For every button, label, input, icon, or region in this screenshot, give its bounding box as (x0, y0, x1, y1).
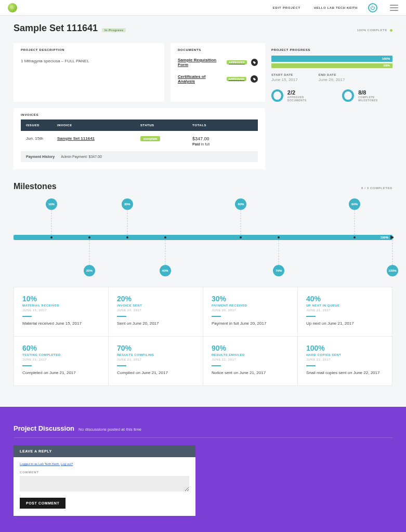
end-date-block: END DATE June 29, 2017 (319, 73, 345, 82)
tag-icon[interactable] (251, 75, 258, 83)
logged-in-as-link[interactable]: Logged in as Lab Tech Keith. (20, 462, 60, 466)
invoice-link[interactable]: Sample Set 111641 (57, 136, 95, 141)
tag-icon[interactable] (251, 59, 258, 66)
logout-link[interactable]: Log out? (61, 462, 73, 466)
project-description-card: PROJECT DESCRIPTION 1 Mitragyna speciosa… (14, 43, 164, 102)
milestone-pct: 10% (22, 295, 100, 303)
project-discussion-section: Project Discussion No discussions posted… (0, 407, 406, 532)
milestone-name: HARD COPIES SENT (306, 353, 384, 356)
reply-header: LEAVE A REPLY (14, 445, 195, 457)
milestone-name: RESULTS COMPILING (117, 353, 194, 356)
document-status-badge: APPROVED (227, 77, 246, 81)
milestone-desc: Sent on June 20, 2017 (117, 321, 194, 326)
milestone-name: MATERIAL RECEIVED (22, 304, 100, 307)
milestone-name: TESTING COMPLETED (22, 353, 100, 356)
milestone-date: JUNE 21, 2017 (22, 358, 100, 361)
invoice-status-chip: complete (140, 136, 160, 141)
invoices-card: INVOICES ISSUED INVOICE STATUS TOTALS Ju… (14, 108, 265, 169)
start-date-block: START DATE June 15, 2017 (271, 73, 298, 82)
milestone-pct: 90% (212, 344, 289, 352)
milestone-card: 90% RESULTS EMAILED JUNE 21, 2017 Notice… (203, 337, 297, 385)
milestone-card: 10% MATERIAL RECEIVED JUNE 15, 2017 Mate… (14, 287, 108, 336)
timeline-tick (278, 236, 280, 238)
document-row: Certificates of Analysis APPROVED (171, 71, 265, 88)
description-header: PROJECT DESCRIPTION (14, 43, 164, 55)
document-link[interactable]: Sample Requisition Form (178, 58, 224, 67)
timeline-tick (164, 236, 166, 238)
complete-milestones-stat: 8/8 COMPLETE MILESTONES (342, 89, 392, 102)
milestones-completed-label: 8 / 3 COMPLETED (361, 187, 392, 190)
milestone-desc: Completed on June 21, 2017 (22, 370, 100, 375)
invoice-paid: Paid in full (192, 142, 253, 146)
progress-header: PROJECT PROGRESS (271, 48, 392, 56)
payment-history-row: Payment History Admin Payment: $347.00 (21, 151, 258, 162)
ring-icon (271, 89, 283, 102)
timeline-bubble[interactable]: 30% (122, 198, 133, 210)
timeline-bubble[interactable]: 10% (46, 198, 57, 210)
discussion-subtitle: No discussions posted at this time (78, 427, 141, 432)
title-row: Sample Set 111641 In Progress 100% COMPL… (14, 23, 392, 34)
milestone-card: 60% TESTING COMPLETED JUNE 21, 2017 Comp… (14, 337, 108, 385)
timeline-bubble[interactable]: 40% (160, 265, 171, 276)
milestone-desc: Compiled on June 21, 2017 (117, 370, 194, 375)
logo-icon[interactable] (8, 3, 17, 12)
milestone-pct: 40% (306, 295, 384, 303)
milestone-card: 70% RESULTS COMPILING JUNE 21, 2017 Comp… (109, 337, 203, 385)
description-body: 1 Mitragyna speciosa – FULL PANEL (14, 55, 164, 79)
menu-icon[interactable] (390, 5, 398, 11)
milestone-date: JUNE 20, 2017 (212, 309, 289, 312)
milestone-name: UP NEXT IN QUEUE (306, 304, 384, 307)
discussion-title: Project Discussion (14, 424, 74, 432)
milestone-pct: 70% (117, 344, 194, 352)
page-title: Sample Set 111641 (14, 23, 98, 34)
status-badge: In Progress (102, 28, 126, 32)
ring-icon (342, 89, 354, 102)
documents-header: DOCUMENTS (171, 43, 265, 55)
timeline-bubble[interactable]: 70% (273, 265, 284, 276)
milestone-date: JUNE 21, 2017 (212, 358, 289, 361)
comment-textarea[interactable] (20, 476, 189, 491)
timeline-tick (391, 236, 394, 238)
edit-project-link[interactable]: EDIT PROJECT (273, 6, 300, 9)
complete-label: 100% COMPLETE (357, 29, 392, 32)
timeline-bubble[interactable]: 60% (235, 198, 246, 210)
milestone-name: RESULTS EMAILED (212, 353, 289, 356)
login-line: Logged in as Lab Tech Keith. Log out? (20, 462, 189, 466)
milestone-date: JUNE 21, 2017 (306, 309, 384, 312)
milestone-pct: 20% (117, 295, 194, 303)
milestone-card: 100% HARD COPIES SENT JUNE 22, 2017 Snai… (298, 337, 392, 385)
milestone-pct: 60% (22, 344, 100, 352)
timeline-bubble[interactable]: 100% (387, 265, 398, 276)
hello-label: HELLO LAB TECH KEITH (314, 6, 358, 9)
milestone-desc: Snail mail copies sent on June 22, 2017 (306, 370, 384, 375)
milestone-card: 40% UP NEXT IN QUEUE JUNE 21, 2017 Up ne… (298, 287, 392, 336)
milestone-name: PAYMENT RECEIVED (212, 304, 289, 307)
progress-bar-blue: 100% (271, 56, 392, 62)
invoices-header: INVOICES (14, 108, 265, 119)
document-link[interactable]: Certificates of Analysis (178, 74, 224, 84)
milestone-desc: Up next on June 21, 2017 (306, 321, 384, 326)
milestones-timeline: 100% 10%30%60%90%20%40%70%100% (14, 198, 392, 276)
project-progress-panel: PROJECT PROGRESS 100% 100% START DATE Ju… (271, 43, 392, 102)
timeline-tick (126, 236, 128, 238)
document-status-badge: APPROVED (227, 60, 246, 64)
timeline-tick (88, 236, 90, 238)
milestone-name: INVOICE SENT (117, 304, 194, 307)
milestone-date: JUNE 15, 2017 (22, 309, 100, 312)
power-icon[interactable] (368, 3, 377, 12)
timeline-bubble[interactable]: 90% (349, 198, 360, 210)
post-comment-button[interactable]: POST COMMENT (20, 498, 66, 509)
complete-dot-icon (390, 29, 392, 32)
milestone-pct: 100% (306, 344, 384, 352)
document-row: Sample Requisition Form APPROVED (171, 55, 265, 71)
milestone-date: JUNE 22, 2017 (306, 358, 384, 361)
milestone-date: JUNE 20, 2017 (117, 309, 194, 312)
timeline-bubble[interactable]: 20% (84, 265, 95, 276)
timeline-tick (353, 236, 356, 238)
milestone-pct: 30% (212, 295, 289, 303)
timeline-tick (240, 236, 242, 238)
timeline-tick (50, 236, 53, 238)
invoice-row: Jun. 15th Sample Set 111641 complete $34… (21, 131, 258, 151)
milestone-date: JUNE 21, 2017 (117, 358, 194, 361)
milestone-desc: Payment in full June 20, 2017 (212, 321, 289, 326)
